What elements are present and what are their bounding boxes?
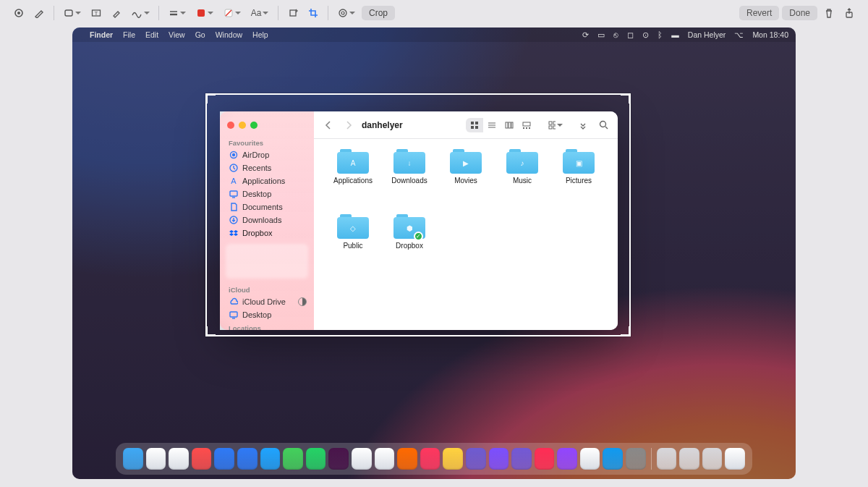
dock-app-icon[interactable] [260, 448, 281, 470]
dock-app-icon[interactable] [511, 448, 532, 470]
revert-button[interactable]: Revert [739, 6, 779, 20]
crop-icon[interactable] [305, 4, 322, 22]
menubar-control-center-icon[interactable]: ⌥ [734, 30, 744, 39]
adjust-menu[interactable] [334, 4, 359, 22]
share-icon[interactable] [841, 4, 858, 22]
crop-handle-tr[interactable] [621, 93, 631, 103]
signature-menu[interactable] [128, 4, 153, 22]
dock-separator [651, 448, 652, 470]
menubar-status-icon[interactable]: ⎋ [613, 30, 618, 39]
crop-handle-tl[interactable] [205, 93, 216, 103]
menubar-status-icon[interactable]: ⟳ [582, 30, 589, 39]
dock-app-icon[interactable] [328, 448, 349, 470]
line-style-menu[interactable] [165, 4, 190, 22]
done-button[interactable]: Done [782, 6, 817, 20]
pen-icon[interactable] [30, 4, 48, 22]
menubar-item[interactable]: File [123, 30, 135, 39]
crop-handle-br[interactable] [621, 326, 631, 336]
record-icon[interactable] [10, 4, 27, 22]
dock-app-icon[interactable] [306, 448, 326, 470]
menubar-clock[interactable]: Mon 18:40 [752, 30, 788, 39]
crop-handle-bl[interactable] [205, 326, 216, 336]
menubar-app[interactable]: Finder [90, 30, 113, 39]
dock-app-icon[interactable] [352, 448, 372, 470]
dock-app-icon[interactable] [535, 448, 555, 470]
svg-rect-10 [290, 10, 296, 16]
svg-rect-7 [197, 9, 205, 17]
dock-app-icon[interactable] [237, 448, 258, 470]
dock-app-icon[interactable] [580, 448, 600, 470]
dock-app-icon[interactable] [702, 448, 723, 470]
rotate-icon[interactable] [284, 4, 302, 22]
text-box-icon[interactable]: T [88, 4, 105, 22]
crop-button[interactable]: Crop [362, 6, 395, 20]
dock-app-icon[interactable] [679, 448, 699, 470]
fill-color-menu[interactable] [220, 4, 244, 22]
dock-app-icon[interactable] [214, 448, 234, 470]
menubar-item[interactable]: Go [195, 30, 205, 39]
dock-app-icon[interactable] [397, 448, 417, 470]
dock-app-icon[interactable] [146, 448, 166, 470]
dock-app-icon[interactable] [466, 448, 486, 470]
dock-app-icon[interactable] [725, 448, 745, 470]
separator [54, 6, 54, 20]
dock-app-icon[interactable] [626, 448, 646, 470]
highlight-icon[interactable] [108, 4, 125, 22]
svg-point-11 [339, 9, 346, 17]
trash-icon[interactable] [820, 4, 838, 22]
dock-app-icon[interactable] [489, 448, 509, 470]
shapes-menu[interactable] [60, 4, 85, 22]
dock-app-icon[interactable] [123, 448, 143, 470]
macos-menubar: Finder File Edit View Go Window Help ⟳ ▭… [72, 27, 796, 42]
menubar-item[interactable]: Edit [145, 30, 158, 39]
screenshot-markup-toolbar: T Aa Crop Revert Done [0, 0, 868, 26]
menubar-status-icon[interactable]: ◻ [627, 30, 634, 39]
dock-app-icon[interactable] [375, 448, 395, 470]
screenshot-canvas: Finder File Edit View Go Window Help ⟳ ▭… [0, 26, 868, 487]
dock-app-icon[interactable] [603, 448, 623, 470]
stroke-color-menu[interactable] [192, 4, 217, 22]
menubar-battery-icon[interactable]: ▬ [671, 30, 679, 39]
dock-app-icon[interactable] [557, 448, 577, 470]
dock-app-icon[interactable] [283, 448, 303, 470]
dock-app-icon[interactable] [443, 448, 463, 470]
menubar-user[interactable]: Dan Helyer [688, 30, 726, 39]
separator [158, 6, 159, 20]
menubar-status-icon[interactable]: ▭ [597, 30, 605, 39]
svg-point-12 [341, 12, 344, 14]
dock-app-icon[interactable] [657, 448, 677, 470]
dock-app-icon[interactable] [169, 448, 189, 470]
macos-dock [116, 443, 752, 475]
svg-text:T: T [95, 10, 98, 17]
crop-selection[interactable] [205, 93, 631, 336]
separator [328, 6, 328, 20]
menubar-status-icon[interactable]: ⊙ [642, 30, 649, 39]
menubar-item[interactable]: View [169, 30, 185, 39]
svg-rect-2 [65, 10, 72, 16]
screenshot-image[interactable]: Finder File Edit View Go Window Help ⟳ ▭… [72, 27, 796, 479]
dock-app-icon[interactable] [192, 448, 212, 470]
menubar-status-icon[interactable]: ᛒ [658, 30, 663, 39]
separator [278, 6, 278, 20]
font-menu[interactable]: Aa [247, 4, 272, 22]
menubar-item[interactable]: Window [216, 30, 242, 39]
svg-point-1 [17, 12, 20, 14]
menubar-item[interactable]: Help [252, 30, 268, 39]
dock-app-icon[interactable] [420, 448, 441, 470]
